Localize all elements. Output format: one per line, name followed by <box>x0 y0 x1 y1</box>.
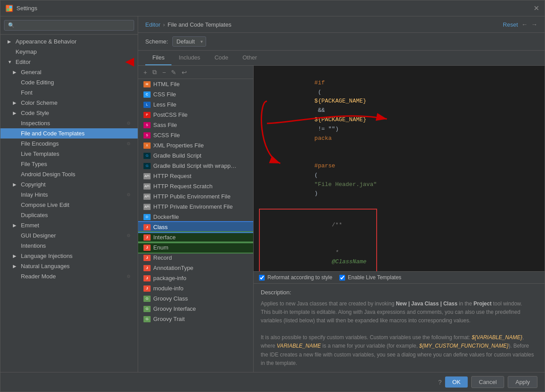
live-templates-check[interactable] <box>339 275 345 281</box>
file-item-postcss[interactable]: P PostCSS File <box>138 110 253 120</box>
tab-includes[interactable]: Includes <box>171 51 207 65</box>
sidebar-item-color-scheme[interactable]: ▶ Color Scheme <box>0 98 138 108</box>
sidebar-item-inlay-hints[interactable]: Inlay Hints ⚙ <box>0 190 138 200</box>
sidebar-item-font[interactable]: Font <box>0 87 138 98</box>
ok-button[interactable]: OK <box>445 376 468 388</box>
file-item-record[interactable]: J Record <box>138 253 253 263</box>
file-item-css[interactable]: C CSS File <box>138 89 253 99</box>
sidebar-item-intentions[interactable]: Intentions <box>0 241 138 251</box>
sidebar-item-keymap[interactable]: Keymap <box>0 47 138 57</box>
cancel-button[interactable]: Cancel <box>471 376 504 388</box>
file-item-label: PostCSS File <box>153 111 187 118</box>
help-button[interactable]: ? <box>438 379 442 386</box>
sidebar-item-general[interactable]: ▶ General <box>0 67 138 77</box>
sidebar-nav: ▶ Appearance & Behavior Keymap ▼ Editor <box>0 35 138 372</box>
sidebar-item-code-style[interactable]: ▶ Code Style <box>0 108 138 118</box>
sidebar-item-natural-langs[interactable]: ▶ Natural Languages <box>0 261 138 271</box>
sidebar-item-file-types[interactable]: File Types <box>0 159 138 169</box>
reset-button[interactable]: Reset <box>503 21 518 28</box>
file-item-less[interactable]: L Less File <box>138 99 253 110</box>
forward-button[interactable]: → <box>531 21 537 28</box>
file-item-label: Groovy Class <box>153 295 188 302</box>
tab-code[interactable]: Code <box>207 51 235 65</box>
live-templates-checkbox[interactable]: Enable Live Templates <box>339 274 402 281</box>
sidebar-item-appearance[interactable]: ▶ Appearance & Behavior <box>0 36 138 47</box>
description-panel: Description: Applies to new Java classes… <box>254 283 545 372</box>
code-line-4: * @ClassName ${NAME} <box>263 239 374 271</box>
file-item-interface[interactable]: J Interface <box>138 232 253 242</box>
var-package1: ${PACKAGE_NAME} <box>314 98 366 104</box>
reformat-checkbox[interactable]: Reformat according to style <box>259 274 332 281</box>
sidebar-item-file-encodings[interactable]: File Encodings ⚙ <box>0 139 138 149</box>
sidebar-item-lang-injections[interactable]: ▶ Language Injections <box>0 251 138 261</box>
sidebar-item-android-design[interactable]: Android Design Tools <box>0 169 138 179</box>
file-item-http-public[interactable]: API HTTP Public Environment File <box>138 191 253 202</box>
expand-arrow: ▶ <box>13 100 18 105</box>
file-item-label: CSS File <box>153 91 176 98</box>
file-item-gradle-wrapper[interactable]: G Gradle Build Script with wrapp… <box>138 161 253 171</box>
sidebar-item-reader-mode[interactable]: Reader Mode ⚙ <box>0 271 138 281</box>
file-item-module-info[interactable]: J module-info <box>138 283 253 293</box>
sidebar-item-inspections[interactable]: Inspections ⚙ <box>0 118 138 128</box>
file-item-http-scratch[interactable]: API HTTP Request Scratch <box>138 181 253 191</box>
comment-star1: * <box>332 249 342 256</box>
file-item-annotation[interactable]: J AnnotationType <box>138 263 253 273</box>
file-item-http-request[interactable]: API HTTP Request <box>138 171 253 181</box>
reformat-check[interactable] <box>259 275 265 281</box>
file-item-xml[interactable]: X XML Properties File <box>138 140 253 150</box>
plain-5: ) <box>314 190 318 197</box>
expand-arrow <box>13 151 18 156</box>
back-button[interactable]: ← <box>521 21 528 28</box>
file-item-groovy-class[interactable]: G Groovy Class <box>138 293 253 304</box>
groovy-interface-icon: G <box>143 306 151 312</box>
file-item-enum[interactable]: J Enum <box>138 242 253 253</box>
sidebar-item-code-editing[interactable]: Code Editing <box>0 77 138 87</box>
tab-files[interactable]: Files <box>145 51 171 65</box>
remove-template-button[interactable]: − <box>160 68 167 77</box>
copy-template-button[interactable]: ⧉ <box>151 67 159 77</box>
file-item-groovy-trait[interactable]: G Groovy Trait <box>138 314 253 324</box>
sidebar-item-file-code-templates[interactable]: File and Code Templates <box>0 128 138 139</box>
keyword-packa: packa <box>314 135 332 142</box>
editor-panel: #if ( ${PACKAGE_NAME} && ${PACKAGE_NAME}… <box>254 66 545 372</box>
tab-other[interactable]: Other <box>235 51 264 65</box>
expand-arrow <box>13 213 18 218</box>
file-item-label: Dockerfile <box>153 214 179 220</box>
sidebar-item-copyright[interactable]: ▶ Copyright <box>0 179 138 190</box>
reset-template-button[interactable]: ↩ <box>180 68 189 77</box>
file-item-html[interactable]: H HTML File <box>138 79 253 89</box>
groovy-class-icon: G <box>143 296 151 302</box>
badge: ⚙ <box>127 274 131 279</box>
sidebar-item-duplicates[interactable]: Duplicates <box>0 210 138 220</box>
file-item-dockerfile[interactable]: D Dockerfile <box>138 212 253 222</box>
sidebar-item-editor[interactable]: ▼ Editor <box>0 57 138 67</box>
file-item-http-private[interactable]: API HTTP Private Environment File <box>138 202 253 212</box>
file-item-label: Gradle Build Script <box>153 152 201 159</box>
description-label: Description: <box>261 288 537 297</box>
plain-4: ( <box>314 172 318 178</box>
sidebar-item-compose-live[interactable]: Compose Live Edit <box>0 200 138 210</box>
expand-arrow <box>13 80 18 85</box>
search-box <box>0 16 138 35</box>
rename-template-button[interactable]: ✎ <box>169 68 178 77</box>
code-area[interactable]: #if ( ${PACKAGE_NAME} && ${PACKAGE_NAME}… <box>254 66 545 271</box>
file-item-package-info[interactable]: J package-info <box>138 273 253 283</box>
apply-button[interactable]: Apply <box>508 376 537 388</box>
file-item-scss[interactable]: S SCSS File <box>138 130 253 140</box>
sidebar-item-emmet[interactable]: ▶ Emmet <box>0 220 138 230</box>
sidebar-item-live-templates[interactable]: Live Templates <box>0 149 138 159</box>
sidebar-label: File Types <box>21 161 47 167</box>
expand-arrow <box>13 162 18 166</box>
search-input[interactable] <box>4 20 134 31</box>
breadcrumb-parent[interactable]: Editor <box>145 21 160 28</box>
javadoc-open: /** <box>332 222 342 228</box>
comment-space <box>332 268 335 271</box>
file-item-gradle[interactable]: G Gradle Build Script <box>138 150 253 161</box>
add-template-button[interactable]: + <box>142 68 149 77</box>
sidebar-item-gui-designer[interactable]: GUI Designer ⚙ <box>0 230 138 241</box>
close-button[interactable]: ✕ <box>533 4 539 12</box>
file-item-groovy-interface[interactable]: G Groovy Interface <box>138 304 253 314</box>
scheme-select[interactable]: Default <box>172 36 206 47</box>
file-item-sass[interactable]: S Sass File <box>138 120 253 130</box>
file-item-class[interactable]: J Class <box>138 222 253 232</box>
